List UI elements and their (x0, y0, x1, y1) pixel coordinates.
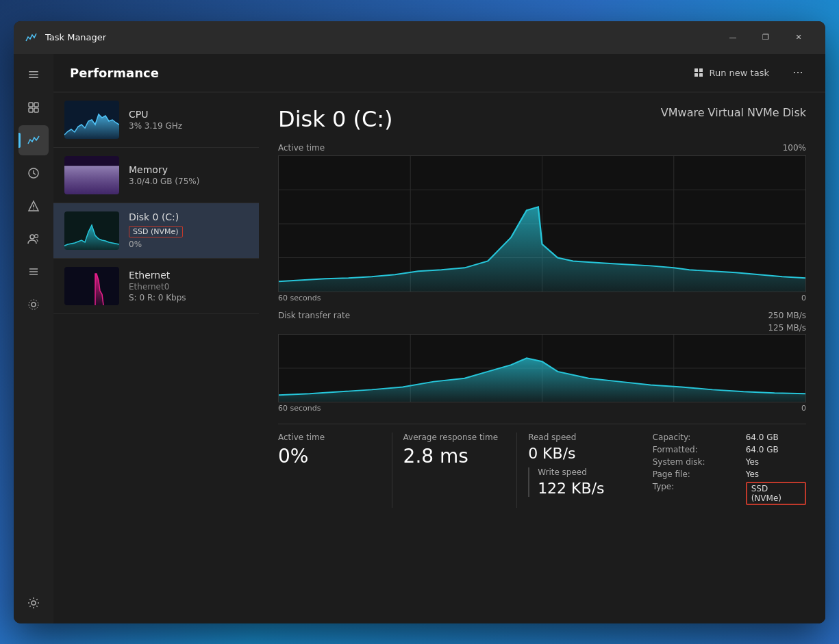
chart2-label-row: Disk transfer rate 250 MB/s (278, 311, 806, 320)
run-new-task-button[interactable]: Run new task (686, 63, 776, 82)
chart1-label-left: Active time (278, 143, 325, 153)
page-title: Performance (70, 66, 159, 80)
svg-rect-5 (29, 108, 33, 112)
svg-marker-23 (64, 114, 119, 139)
transfer-rate-chart-section: Disk transfer rate 250 MB/s 125 MB/s (278, 311, 806, 413)
cpu-name: CPU (129, 109, 248, 120)
svg-point-17 (29, 300, 38, 309)
read-speed-value: 0 KB/s (528, 445, 631, 462)
svg-rect-2 (29, 77, 38, 78)
inner-layout: CPU 3% 3.19 GHz (53, 92, 825, 623)
svg-point-18 (32, 601, 36, 605)
speed-stat: Read speed 0 KB/s Write speed 122 KB/s (516, 433, 642, 508)
disk-name: Disk 0 (C:) (129, 211, 248, 222)
capacity-value: 64.0 GB (746, 433, 779, 442)
ethernet-info: Ethernet Ethernet0 S: 0 R: 0 Kbps (129, 270, 248, 302)
transfer-rate-chart (278, 334, 806, 402)
avg-response-value: 2.8 ms (403, 445, 506, 467)
disk-badge: SSD (NVMe) (129, 226, 183, 237)
svg-point-10 (33, 208, 34, 209)
read-speed-group: Read speed 0 KB/s (528, 433, 631, 462)
page-file-value: Yes (746, 469, 759, 479)
chart2-label-right: 250 MB/s (768, 311, 806, 320)
sidebar-history[interactable] (18, 158, 49, 188)
chart2-label-left: Disk transfer rate (278, 311, 350, 320)
svg-rect-1 (29, 74, 38, 75)
chart2-midline-label: 125 MB/s (278, 323, 806, 333)
memory-info: Memory 3.0/4.0 GB (75%) (129, 164, 248, 186)
ethernet-thumbnail (64, 267, 119, 305)
device-item-cpu[interactable]: CPU 3% 3.19 GHz (53, 92, 259, 148)
detail-panel: Disk 0 (C:) VMware Virtual NVMe Disk Act… (259, 92, 825, 623)
detail-header: Disk 0 (C:) VMware Virtual NVMe Disk (278, 106, 806, 132)
disk-thumbnail (64, 211, 119, 250)
active-time-label: Active time (278, 433, 381, 442)
active-time-stat: Active time 0% (278, 433, 392, 508)
chart2-time-left: 60 seconds (278, 404, 321, 413)
capacity-label: Capacity: (653, 433, 735, 442)
write-speed-value: 122 KB/s (538, 480, 631, 497)
device-list: CPU 3% 3.19 GHz (53, 92, 259, 623)
window-controls: — ❐ ✕ (717, 27, 814, 49)
capacity-row: Capacity: 64.0 GB (653, 433, 806, 442)
system-disk-value: Yes (746, 457, 759, 467)
sidebar-startup[interactable] (18, 191, 49, 221)
active-time-chart (278, 155, 806, 292)
more-options-button[interactable]: ··· (787, 62, 809, 83)
content-header: Performance Run new task ··· (53, 54, 825, 92)
disk-info: Disk 0 (C:) SSD (NVMe) 0% (129, 211, 248, 249)
memory-sub: 3.0/4.0 GB (75%) (129, 177, 248, 186)
device-item-disk[interactable]: Disk 0 (C:) SSD (NVMe) 0% (53, 203, 259, 259)
cpu-sub: 3% 3.19 GHz (129, 121, 248, 131)
chart2-time-row: 60 seconds 0 (278, 404, 806, 413)
header-actions: Run new task ··· (686, 62, 809, 83)
sidebar-users[interactable] (18, 224, 49, 254)
sidebar-performance[interactable] (18, 125, 49, 155)
minimize-button[interactable]: — (717, 27, 749, 49)
svg-rect-24 (64, 166, 119, 194)
system-disk-row: System disk: Yes (653, 457, 806, 467)
page-file-label: Page file: (653, 469, 735, 479)
ethernet-name: Ethernet (129, 270, 248, 281)
sidebar-hamburger[interactable] (18, 60, 49, 90)
chart1-time-row: 60 seconds 0 (278, 294, 806, 302)
sidebar (14, 54, 53, 623)
stats-row: Active time 0% Average response time 2.8… (278, 424, 806, 508)
svg-rect-20 (699, 68, 703, 72)
svg-rect-3 (29, 103, 33, 107)
write-speed-group: Write speed 122 KB/s (528, 467, 631, 497)
close-button[interactable]: ✕ (783, 27, 814, 49)
active-time-value: 0% (278, 445, 381, 467)
detail-subtitle: VMware Virtual NVMe Disk (661, 106, 806, 119)
type-value: SSD (NVMe) (746, 482, 806, 505)
formatted-row: Formatted: 64.0 GB (653, 445, 806, 454)
type-row: Type: SSD (NVMe) (653, 482, 806, 505)
sidebar-processes[interactable] (18, 92, 49, 123)
task-manager-window: Task Manager — ❐ ✕ (14, 21, 825, 623)
active-time-svg (279, 156, 805, 292)
system-disk-label: System disk: (653, 457, 735, 467)
active-time-chart-section: Active time 100% (278, 143, 806, 302)
memory-thumbnail (64, 156, 119, 194)
run-new-task-label: Run new task (710, 68, 769, 78)
sidebar-details[interactable] (18, 257, 49, 287)
device-item-ethernet[interactable]: Ethernet Ethernet0 S: 0 R: 0 Kbps (53, 259, 259, 314)
transfer-rate-svg (279, 335, 805, 402)
chart1-label-right: 100% (783, 143, 806, 153)
run-task-icon (693, 67, 704, 78)
read-speed-label: Read speed (528, 433, 631, 442)
window-title: Task Manager (45, 32, 717, 42)
chart2-time-right: 0 (801, 404, 806, 413)
disk-info-group: Capacity: 64.0 GB Formatted: 64.0 GB Sys… (642, 433, 806, 508)
device-item-memory[interactable]: Memory 3.0/4.0 GB (75%) (53, 148, 259, 203)
svg-rect-21 (694, 73, 698, 77)
maximize-button[interactable]: ❐ (750, 27, 781, 49)
chart1-label-row: Active time 100% (278, 143, 806, 153)
sidebar-settings[interactable] (18, 588, 49, 618)
svg-rect-0 (29, 71, 38, 73)
avg-response-label: Average response time (403, 433, 506, 442)
svg-rect-6 (34, 108, 38, 112)
formatted-label: Formatted: (653, 445, 735, 454)
chart1-time-right: 0 (801, 294, 806, 302)
sidebar-services[interactable] (18, 289, 49, 320)
